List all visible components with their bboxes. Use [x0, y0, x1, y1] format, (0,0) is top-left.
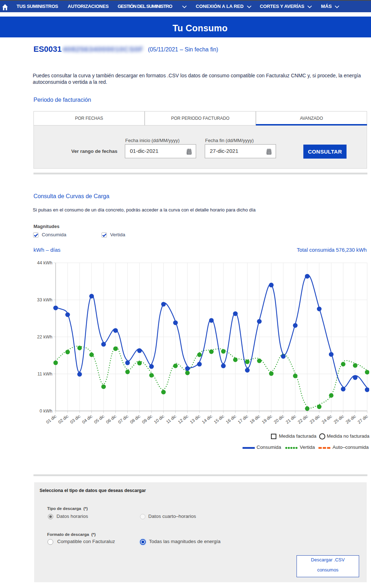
svg-text:07 dic: 07 dic	[117, 414, 129, 425]
svg-text:26 dic: 26 dic	[345, 414, 357, 425]
svg-text:33 kWh: 33 kWh	[37, 297, 52, 302]
svg-text:08 dic: 08 dic	[129, 414, 141, 425]
svg-text:03 dic: 03 dic	[69, 414, 81, 425]
svg-text:02 dic: 02 dic	[57, 414, 69, 425]
svg-text:09 dic: 09 dic	[141, 414, 153, 425]
svg-text:25 dic: 25 dic	[333, 414, 345, 425]
svg-text:01 dic: 01 dic	[45, 414, 58, 425]
svg-text:27 dic: 27 dic	[357, 414, 369, 425]
svg-text:04 dic: 04 dic	[81, 414, 93, 425]
svg-text:23 dic: 23 dic	[309, 414, 321, 425]
svg-text:18 dic: 18 dic	[249, 414, 261, 425]
svg-text:11 kWh: 11 kWh	[37, 372, 52, 377]
svg-text:14 dic: 14 dic	[201, 414, 213, 425]
svg-text:20 dic: 20 dic	[273, 414, 285, 425]
svg-text:05 dic: 05 dic	[93, 414, 105, 425]
svg-text:06 dic: 06 dic	[105, 414, 117, 425]
svg-text:44 kWh: 44 kWh	[37, 260, 52, 265]
svg-text:17 dic: 17 dic	[237, 414, 249, 425]
svg-text:24 dic: 24 dic	[321, 414, 333, 425]
svg-text:0 kWh: 0 kWh	[40, 409, 52, 414]
svg-text:22 kWh: 22 kWh	[37, 334, 52, 339]
svg-text:16 dic: 16 dic	[225, 414, 237, 425]
svg-text:12 dic: 12 dic	[177, 414, 189, 425]
svg-text:13 dic: 13 dic	[189, 414, 201, 425]
svg-text:22 dic: 22 dic	[297, 414, 309, 425]
svg-text:19 dic: 19 dic	[261, 414, 273, 425]
svg-text:11 dic: 11 dic	[165, 414, 177, 424]
svg-text:21 dic: 21 dic	[285, 414, 297, 425]
svg-text:10 dic: 10 dic	[153, 414, 165, 425]
svg-text:15 dic: 15 dic	[213, 414, 225, 425]
